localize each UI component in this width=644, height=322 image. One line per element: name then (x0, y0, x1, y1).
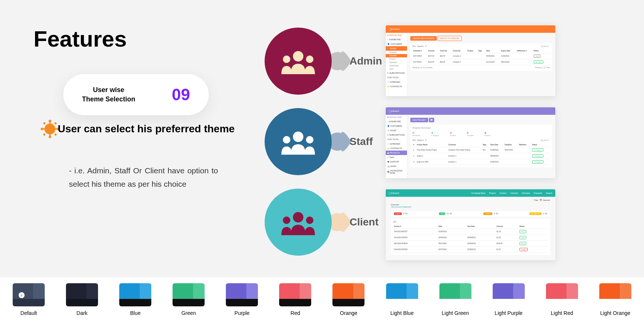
nav-sales: 🛒 SALES (386, 128, 407, 133)
role-client: Client (265, 189, 379, 256)
admin-main: CREATE NEW ESTIMATE SWITCH TO PIPELINE 2… (407, 33, 555, 96)
left-section: Features User wise Theme Selection 09 (34, 26, 239, 115)
theme-light-blue[interactable]: Light Blue (386, 283, 418, 316)
staff-brand: infotech (391, 110, 399, 112)
theme-red[interactable]: Red (279, 283, 311, 316)
role-circle-icon (265, 28, 332, 95)
description: - i.e. Admin, Staff Or Client have optio… (69, 164, 218, 190)
nav-items: Items (386, 67, 407, 71)
check-icon: ✓ (19, 292, 25, 298)
svg-point-0 (44, 123, 55, 134)
svg-point-12 (54, 133, 57, 136)
svg-point-10 (54, 122, 57, 124)
theme-label: Light Red (551, 310, 573, 316)
role-circle-icon (265, 189, 332, 256)
client-subheading: View Account Statement (391, 206, 550, 208)
svg-point-17 (283, 136, 290, 143)
switch-pipeline-button: SWITCH TO PIPELINE (438, 36, 462, 41)
theme-label: Red (291, 310, 300, 316)
theme-swatch (599, 283, 631, 306)
role-label: Client (350, 216, 379, 228)
theme-swatch (279, 283, 311, 306)
virus-icon (40, 119, 60, 139)
theme-swatch (386, 283, 418, 306)
new-project-button: NEW PROJECT (410, 118, 428, 122)
nav-leads: 📊 LEADS (386, 164, 407, 168)
staff-table: #Project NameCustomerTagsStart DateDeadl… (413, 143, 550, 165)
theme-purple[interactable]: Purple (226, 283, 258, 316)
nav-tasks: ✓ Tasks (386, 155, 407, 160)
theme-green[interactable]: Green (173, 283, 205, 316)
role-admin: Admin (265, 28, 382, 95)
staff-sidebar: ◆ Welcome Sejal ⌂ DASHBOARD 👤 CUSTOMERS … (386, 115, 407, 178)
feature-number: 09 (172, 85, 190, 104)
screenshot-admin: ◯ infotech ◆ Welcome Sejal ⌂ DASHBOARD 👤… (386, 25, 555, 96)
svg-point-13 (293, 51, 303, 61)
nav-todo: ☑ MY TO DO (386, 137, 407, 142)
nav-support: ☎ SUPPORT (386, 160, 407, 164)
theme-orange[interactable]: Orange (332, 283, 364, 316)
theme-swatch-row: ✓ Default Dark Blue Green Purple (0, 277, 644, 322)
theme-swatch (119, 283, 151, 306)
svg-point-19 (293, 212, 303, 222)
nav-expenses: 📄 EXPENSES (386, 142, 407, 146)
svg-point-15 (306, 56, 313, 63)
admin-header: ◯ infotech (386, 25, 555, 33)
theme-swatch (66, 283, 98, 306)
theme-blue[interactable]: Blue (119, 283, 151, 316)
client-main: 📄 Files 📅 Calendar Invoices View Account… (386, 197, 555, 260)
nav-customers: 👤 CUSTOMERS (386, 42, 407, 46)
summary-title: Projects Summary (413, 127, 550, 129)
theme-swatch (493, 283, 525, 306)
svg-rect-4 (49, 133, 50, 136)
theme-light-green[interactable]: Light Green (439, 283, 471, 316)
nav-projects: ▣ PROJECTS (386, 151, 407, 155)
client-header-nav: Knowledge BaseProjectsInvoicesContractsE… (471, 192, 552, 194)
screenshot-client: ◯ infotech Knowledge BaseProjectsInvoice… (386, 189, 555, 260)
svg-point-11 (43, 133, 45, 136)
theme-swatch (546, 283, 578, 306)
calendar-tab: 📅 Calendar (540, 199, 550, 201)
search-placeholder: Search... (543, 45, 550, 47)
nav-contracts: 📁 CONTRACTS (386, 84, 407, 89)
nav-invoices: Invoices (386, 57, 407, 61)
nav-payments: Payments (386, 61, 407, 64)
nav-sales: 🛒 SALES (386, 46, 407, 51)
theme-default[interactable]: ✓ Default (13, 283, 45, 316)
people-icon (278, 48, 319, 74)
theme-label: Light Blue (390, 310, 413, 316)
status-bar: Unpaid4 / 20Paid14 / 20Overdue4 / 20Part… (394, 212, 547, 215)
nav-expenses: 📄 EXPENSES (386, 80, 407, 84)
theme-light-orange[interactable]: Light Orange (599, 283, 631, 316)
nav-subscriptions: ↻ SUBSCRIPTIONS (386, 71, 407, 75)
svg-point-21 (306, 217, 313, 224)
svg-point-14 (283, 56, 290, 63)
theme-swatch: ✓ (13, 283, 45, 306)
nav-todo: ☑ MY TO DO (386, 75, 407, 80)
svg-point-16 (293, 132, 303, 142)
pill-line2: Theme Selection (82, 95, 135, 103)
theme-label: Green (181, 310, 196, 316)
nav-estimates: Estimates (386, 54, 407, 57)
people-icon (278, 129, 319, 155)
client-header: ◯ infotech Knowledge BaseProjectsInvoice… (386, 189, 555, 197)
admin-table-footer: Showing 1 to 2 of 2 entries (413, 67, 432, 69)
theme-swatch (226, 283, 258, 306)
svg-point-18 (306, 136, 313, 143)
nav-proposals: Proposals (386, 51, 407, 54)
role-label: Admin (350, 55, 382, 67)
nav-subscriptions: ↻ SUBSCRIPTIONS (386, 133, 407, 137)
pill-line1: User wise (93, 86, 124, 94)
staff-header: ◯ infotech (386, 107, 555, 115)
theme-dark[interactable]: Dark (66, 283, 98, 316)
theme-swatch (332, 283, 364, 306)
theme-label: Blue (130, 310, 141, 316)
client-brand: infotech (391, 192, 399, 194)
theme-label: Purple (234, 310, 249, 316)
theme-light-purple[interactable]: Light Purple (493, 283, 525, 316)
admin-brand: infotech (392, 28, 400, 30)
theme-light-red[interactable]: Light Red (546, 283, 578, 316)
chart-icon: 📊 (429, 118, 434, 122)
admin-sidebar: ◆ Welcome Sejal ⌂ DASHBOARD 👤 CUSTOMERS … (386, 33, 407, 96)
theme-label: Default (20, 310, 37, 316)
